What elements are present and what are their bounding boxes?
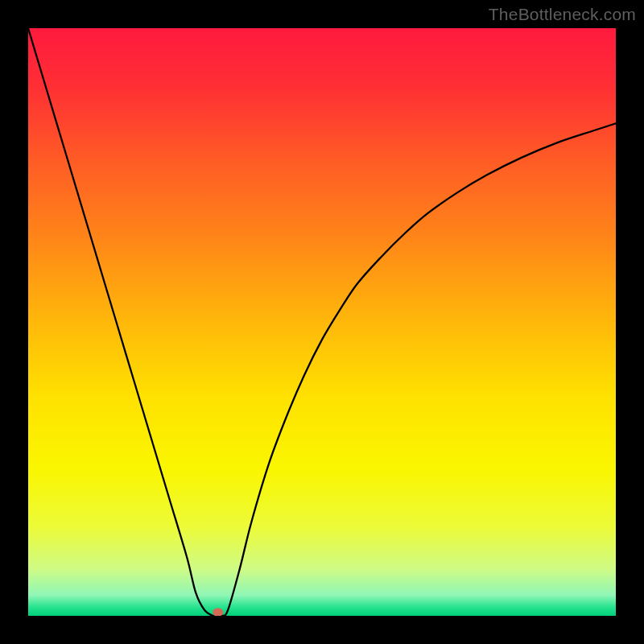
chart-frame: TheBottleneck.com — [0, 0, 644, 644]
plot-area — [28, 28, 616, 616]
bottleneck-chart — [28, 28, 616, 616]
attribution-text: TheBottleneck.com — [489, 5, 636, 24]
